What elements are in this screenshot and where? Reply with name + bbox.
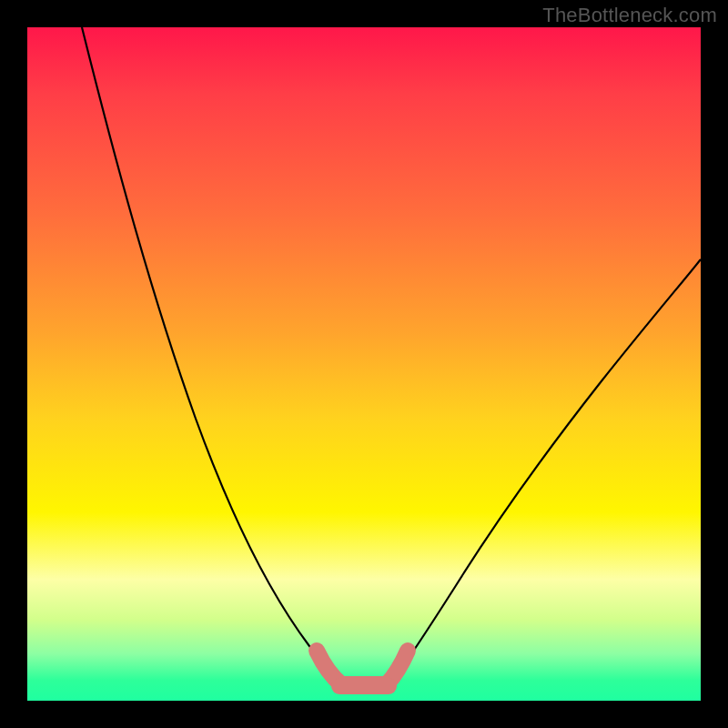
curve-left-branch xyxy=(82,27,337,682)
watermark-text: TheBottleneck.com xyxy=(542,4,717,27)
curve-right-branch xyxy=(391,259,701,682)
curve-layer xyxy=(27,27,701,701)
gradient-plot-area xyxy=(27,27,701,701)
chart-frame: TheBottleneck.com xyxy=(0,0,728,728)
